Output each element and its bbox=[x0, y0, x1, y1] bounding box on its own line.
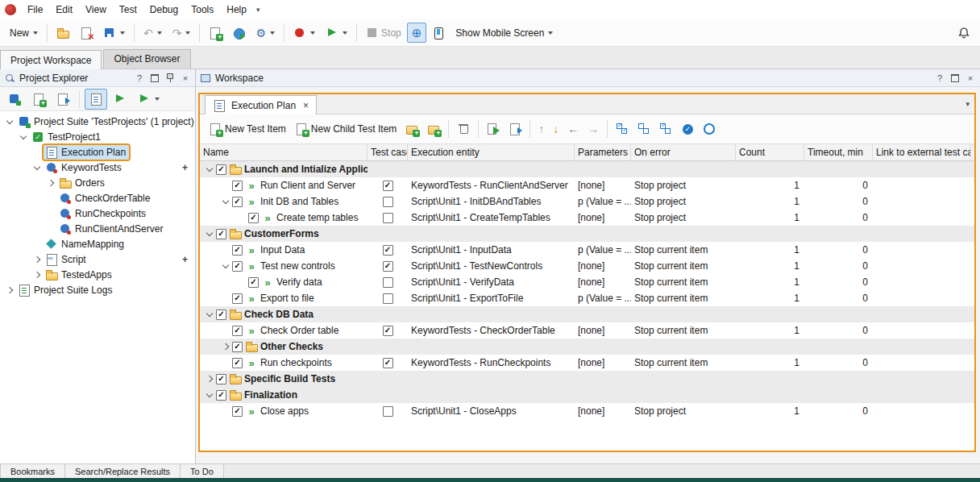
item-enabled-checkbox[interactable] bbox=[232, 197, 243, 207]
plan-group-row-other-checks[interactable]: Other Checks bbox=[200, 339, 974, 355]
menu-file[interactable]: File bbox=[21, 1, 49, 19]
item-enabled-checkbox[interactable] bbox=[232, 342, 243, 352]
run-project-button[interactable] bbox=[109, 89, 131, 110]
test-case-checkbox[interactable] bbox=[383, 261, 393, 272]
new-project-item-button[interactable] bbox=[27, 89, 50, 110]
expander-down-icon[interactable] bbox=[17, 135, 30, 139]
move-up-button[interactable]: ↑ bbox=[534, 119, 548, 139]
tree-item-keywordtests[interactable]: KeywordTests+ bbox=[0, 160, 195, 175]
test-case-checkbox[interactable] bbox=[383, 293, 393, 304]
column-header-link-to-external-test-case[interactable]: Link to external test case bbox=[873, 144, 971, 160]
tree-item-checkordertable[interactable]: CheckOrderTable bbox=[0, 190, 195, 206]
menu-overflow-chevron-icon[interactable]: ▾ bbox=[253, 6, 264, 14]
menu-debug[interactable]: Debug bbox=[143, 1, 185, 19]
tab-execution-plan[interactable]: Execution Plan × bbox=[205, 95, 317, 114]
test-case-checkbox[interactable] bbox=[383, 245, 393, 256]
expander-down-icon[interactable] bbox=[203, 393, 216, 397]
mobile-screen-icon-button[interactable] bbox=[427, 23, 450, 44]
show-mobile-screen-button[interactable]: Show Mobile Screen bbox=[451, 23, 558, 43]
item-enabled-checkbox[interactable] bbox=[232, 181, 243, 191]
menu-help[interactable]: Help bbox=[220, 1, 253, 19]
plan-test-row-run-client-and-server[interactable]: Run Client and ServerKeywordTests - RunC… bbox=[200, 177, 974, 193]
tree-item-runclientandserver[interactable]: RunClientAndServer bbox=[0, 221, 195, 236]
expander-right-icon[interactable] bbox=[31, 257, 44, 262]
tab-object-browser[interactable]: Object Browser bbox=[103, 49, 190, 69]
plan-group-row-finalization[interactable]: Finalization bbox=[200, 387, 974, 403]
plan-group-row-specific-build-tests[interactable]: Specific Build Tests bbox=[200, 371, 974, 387]
plan-test-row-export-to-file[interactable]: Export to fileScript\Unit1 - ExportToFil… bbox=[200, 290, 974, 306]
tree-item-execution-plan[interactable]: Execution Plan bbox=[0, 144, 195, 160]
undo-button[interactable]: ↶ bbox=[139, 23, 167, 43]
close-tab-icon[interactable]: × bbox=[303, 101, 309, 110]
add-child-button[interactable]: + bbox=[182, 254, 188, 265]
tools-button[interactable]: ⚙ bbox=[251, 23, 280, 43]
tab-project-workspace[interactable]: Project Workspace bbox=[0, 50, 102, 69]
bottom-tab-search-replace-results[interactable]: Search/Replace Results bbox=[65, 464, 181, 478]
help-icon[interactable]: ? bbox=[134, 73, 145, 84]
tree-item-runcheckpoints[interactable]: RunCheckpoints bbox=[0, 206, 195, 221]
expander-right-icon[interactable] bbox=[31, 272, 44, 277]
test-case-checkbox[interactable] bbox=[383, 181, 393, 191]
expander-down-icon[interactable] bbox=[203, 313, 216, 316]
float-panel-icon[interactable] bbox=[149, 73, 160, 84]
tree-item-testedapps[interactable]: TestedApps bbox=[0, 267, 195, 282]
tree-item-testproject1[interactable]: TestProject1 bbox=[0, 129, 195, 144]
delete-item-button[interactable] bbox=[453, 118, 474, 139]
move-right-button[interactable]: → bbox=[583, 119, 603, 139]
bottom-tab-to-do[interactable]: To Do bbox=[181, 464, 224, 478]
item-enabled-checkbox[interactable] bbox=[216, 310, 226, 320]
invert-checked-items-button[interactable] bbox=[655, 118, 676, 139]
expander-right-icon[interactable] bbox=[3, 288, 16, 293]
item-enabled-checkbox[interactable] bbox=[248, 277, 259, 288]
save-all-button[interactable] bbox=[98, 23, 130, 44]
plan-group-row-check-db-data[interactable]: Check DB Data bbox=[200, 306, 974, 322]
run-project-suite-button[interactable] bbox=[133, 89, 164, 110]
close-button[interactable] bbox=[75, 23, 98, 44]
open-button[interactable] bbox=[52, 23, 74, 44]
item-enabled-checkbox[interactable] bbox=[232, 245, 243, 256]
new-button[interactable]: New bbox=[5, 23, 43, 43]
expander-down-icon[interactable] bbox=[3, 120, 16, 123]
plan-group-row-customerforms[interactable]: CustomerForms bbox=[200, 226, 974, 242]
move-left-button[interactable]: ← bbox=[563, 119, 583, 139]
item-enabled-checkbox[interactable] bbox=[232, 293, 243, 304]
item-enabled-checkbox[interactable] bbox=[216, 164, 226, 175]
test-case-checkbox[interactable] bbox=[383, 358, 393, 368]
plan-test-row-init-db-and-tables[interactable]: Init DB and TablesScript\Unit1 - InitDBA… bbox=[200, 193, 974, 210]
menu-edit[interactable]: Edit bbox=[49, 1, 79, 19]
expander-down-icon[interactable] bbox=[203, 232, 216, 235]
item-enabled-checkbox[interactable] bbox=[216, 229, 226, 239]
item-enabled-checkbox[interactable] bbox=[232, 261, 243, 272]
tree-item-project-suite-testprojects-1-project[interactable]: Project Suite 'TestProjects' (1 project) bbox=[0, 114, 195, 129]
record-button[interactable] bbox=[289, 23, 320, 44]
tree-item-script[interactable]: Script+ bbox=[0, 251, 195, 267]
menu-tools[interactable]: Tools bbox=[185, 1, 220, 19]
tree-item-orders[interactable]: Orders bbox=[0, 175, 195, 190]
item-enabled-checkbox[interactable] bbox=[216, 374, 226, 384]
item-enabled-checkbox[interactable] bbox=[232, 406, 243, 417]
new-child-group-button[interactable] bbox=[423, 118, 444, 139]
test-case-checkbox[interactable] bbox=[383, 277, 393, 288]
item-enabled-checkbox[interactable] bbox=[248, 213, 259, 223]
pin-icon[interactable] bbox=[164, 73, 176, 84]
bottom-tab-bookmarks[interactable]: Bookmarks bbox=[0, 464, 65, 478]
move-down-button[interactable]: ↓ bbox=[549, 119, 563, 139]
run-selected-item-button[interactable] bbox=[483, 118, 504, 139]
menu-test[interactable]: Test bbox=[113, 1, 143, 19]
plan-group-row-launch-and-intialize-applications[interactable]: Launch and Intialize Applications bbox=[200, 161, 974, 177]
plan-test-row-check-order-table[interactable]: Check Order tableKeywordTests - CheckOrd… bbox=[200, 322, 974, 339]
test-case-checkbox[interactable] bbox=[383, 326, 393, 336]
column-header-execution-entity[interactable]: Execution entity bbox=[408, 144, 575, 160]
column-header-timeout-min[interactable]: Timeout, min bbox=[804, 144, 873, 160]
stop-button[interactable]: Stop bbox=[361, 23, 406, 44]
column-header-name[interactable]: Name bbox=[200, 144, 368, 160]
expander-down-icon[interactable] bbox=[219, 200, 232, 203]
column-header-parameters[interactable]: Parameters bbox=[575, 144, 631, 160]
test-case-checkbox[interactable] bbox=[383, 197, 393, 207]
new-test-item-button[interactable]: New Test Item bbox=[205, 118, 290, 139]
close-icon[interactable]: × bbox=[180, 73, 191, 84]
expander-right-icon[interactable] bbox=[44, 181, 57, 185]
help-icon[interactable]: ? bbox=[934, 73, 945, 84]
test-case-checkbox[interactable] bbox=[383, 213, 393, 223]
enable-selected-items-button[interactable] bbox=[677, 118, 698, 139]
